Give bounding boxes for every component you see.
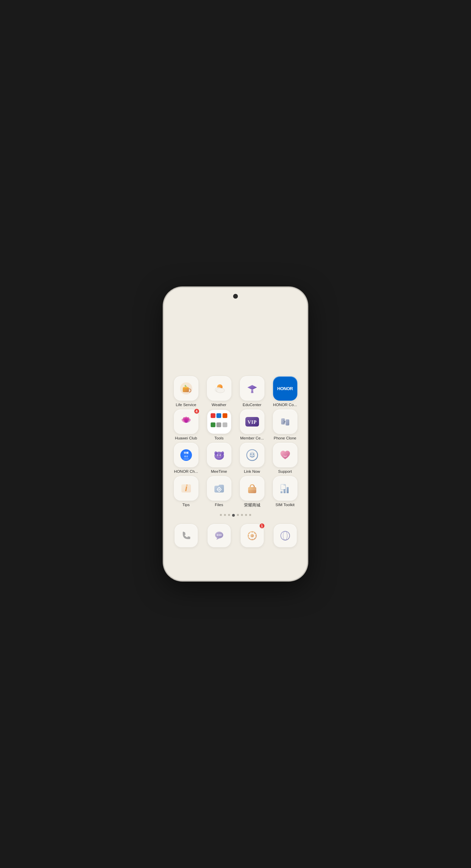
dock-browser[interactable] [269, 524, 301, 547]
honor-connect-icon: HONOR [273, 376, 297, 401]
app-files[interactable]: Files [203, 476, 235, 508]
app-educenter[interactable]: EduCenter [236, 376, 268, 407]
huawei-club-label: Huawei Club [175, 436, 197, 440]
weather-label: Weather [212, 403, 226, 407]
page-dot-2[interactable] [228, 514, 230, 516]
page-dot-7[interactable] [249, 514, 251, 516]
page-dot-4[interactable] [237, 514, 239, 516]
svg-point-54 [218, 534, 220, 536]
app-honor-connect[interactable]: HONOR HONOR Co... [269, 376, 301, 407]
svg-point-8 [251, 392, 254, 393]
app-huawei-club[interactable]: 4 Huawei Club [170, 410, 202, 440]
app-meetime[interactable]: MeeTime [203, 443, 235, 473]
svg-text:HONOR: HONOR [183, 458, 189, 460]
app-life-service[interactable]: Life Service [170, 376, 202, 407]
settings-badge: 1 [259, 523, 265, 529]
home-wallpaper-area [164, 288, 307, 376]
svg-point-35 [250, 454, 251, 455]
sim-toolkit-label: SIM Toolkit [275, 503, 294, 507]
dock-settings[interactable]: 1 [236, 524, 268, 547]
app-phone-clone[interactable]: Phone Clone [269, 410, 301, 440]
svg-marker-6 [247, 385, 257, 390]
dock-browser-icon [274, 524, 297, 547]
page-dot-0[interactable] [220, 514, 222, 516]
svg-point-55 [220, 534, 222, 536]
svg-text:VIP: VIP [247, 420, 257, 425]
honor-connect-label: HONOR Co... [273, 403, 297, 407]
svg-rect-58 [251, 531, 253, 533]
svg-point-57 [250, 534, 254, 537]
svg-point-36 [253, 454, 254, 455]
tips-label: Tips [182, 503, 190, 507]
tips-icon: i [174, 476, 198, 501]
svg-point-30 [221, 455, 221, 455]
member-center-icon: VIP [240, 410, 264, 434]
app-tools[interactable]: Tools [203, 410, 235, 440]
honor-logo-text: HONOR [277, 386, 293, 391]
svg-point-5 [216, 388, 225, 393]
page-dot-5[interactable] [241, 514, 243, 516]
tools-icon [207, 410, 231, 434]
dock-messages[interactable] [203, 524, 235, 547]
honor-mall-icon [240, 476, 264, 501]
educenter-label: EduCenter [243, 403, 261, 407]
link-now-icon [240, 443, 264, 467]
page-dot-6[interactable] [245, 514, 247, 516]
svg-point-24 [217, 455, 221, 458]
app-support[interactable]: Support [269, 443, 301, 473]
meetime-icon [207, 443, 231, 467]
svg-rect-17 [281, 418, 285, 424]
svg-rect-51 [283, 484, 286, 486]
page-dot-3-active[interactable] [232, 514, 235, 517]
camera-hole [233, 294, 238, 299]
svg-rect-18 [286, 419, 289, 425]
svg-rect-60 [248, 535, 249, 536]
support-label: Support [278, 469, 292, 473]
life-service-icon [174, 376, 198, 401]
svg-rect-59 [251, 539, 253, 540]
phone-screen: Life Service [164, 288, 307, 580]
svg-point-25 [218, 456, 219, 457]
dock-messages-icon [208, 524, 231, 547]
dock-phone[interactable] [170, 524, 202, 547]
huawei-club-icon: 4 [174, 410, 198, 434]
bottom-dock: 1 [164, 521, 307, 554]
svg-rect-61 [255, 535, 257, 536]
svg-point-31 [214, 451, 217, 455]
files-label: Files [215, 503, 223, 507]
dock-settings-icon: 1 [241, 524, 264, 547]
svg-rect-45 [248, 487, 256, 493]
tools-label: Tools [214, 436, 224, 440]
app-member-center[interactable]: VIP Member Ce... [236, 410, 268, 440]
honor-channel-icon: 荣耀 频道 HONOR [174, 443, 198, 467]
phone-clone-label: Phone Clone [274, 436, 296, 440]
svg-point-40 [218, 489, 220, 490]
honor-mall-label: 荣耀商城 [244, 503, 260, 508]
app-link-now[interactable]: Link Now [236, 443, 268, 473]
educenter-icon [240, 376, 264, 401]
page-dot-1[interactable] [224, 514, 226, 516]
app-sim-toolkit[interactable]: SIM Toolkit [269, 476, 301, 508]
meetime-label: MeeTime [211, 469, 227, 473]
svg-rect-47 [280, 491, 282, 493]
huawei-club-badge: 4 [194, 408, 200, 414]
app-grid: Life Service [164, 376, 307, 508]
svg-point-53 [217, 534, 218, 536]
svg-point-32 [221, 451, 224, 455]
dock-phone-icon [175, 524, 198, 547]
phone-clone-icon [273, 410, 297, 434]
app-honor-mall[interactable]: 荣耀商城 [236, 476, 268, 508]
honor-channel-label: HONOR Ch... [174, 469, 198, 473]
phone-device: Life Service [164, 288, 307, 580]
app-weather[interactable]: Weather [203, 376, 235, 407]
files-icon [207, 476, 231, 501]
svg-rect-49 [287, 487, 289, 493]
svg-text:荣耀: 荣耀 [184, 451, 189, 454]
app-tips[interactable]: i Tips [170, 476, 202, 508]
app-honor-channel[interactable]: 荣耀 频道 HONOR HONOR Ch... [170, 443, 202, 473]
weather-icon [207, 376, 231, 401]
svg-text:i: i [185, 483, 188, 493]
svg-text:频道: 频道 [184, 455, 188, 457]
link-now-label: Link Now [244, 469, 260, 473]
svg-point-26 [219, 456, 220, 457]
